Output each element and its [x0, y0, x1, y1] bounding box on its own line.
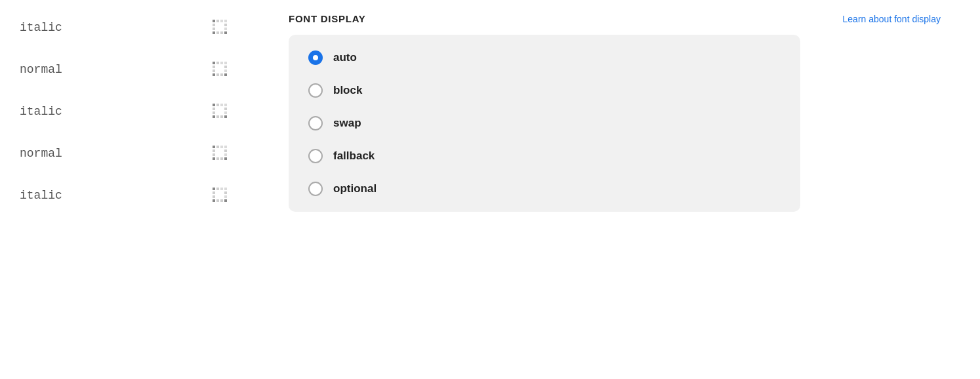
font-style-label-4: normal	[20, 147, 62, 160]
svg-rect-48	[213, 188, 215, 190]
svg-rect-18	[213, 70, 215, 72]
pixel-icon-1	[211, 18, 230, 37]
pixel-icon-5	[211, 186, 230, 205]
svg-rect-24	[213, 104, 215, 106]
radio-circle-swap[interactable]	[308, 116, 323, 130]
svg-rect-5	[224, 24, 227, 26]
svg-rect-41	[224, 150, 227, 152]
font-row-2: normal	[20, 49, 230, 90]
learn-about-font-display-link[interactable]: Learn about font display	[843, 14, 941, 24]
font-display-title: FONT DISPLAY	[289, 13, 366, 24]
svg-rect-8	[213, 31, 215, 34]
svg-rect-15	[224, 62, 227, 64]
svg-rect-38	[220, 146, 223, 148]
svg-rect-13	[216, 62, 219, 64]
svg-rect-16	[213, 66, 215, 68]
right-panel: FONT DISPLAY Learn about font display au…	[249, 0, 980, 379]
svg-rect-11	[224, 31, 227, 34]
svg-rect-56	[213, 199, 215, 202]
left-panel: italic normal	[0, 0, 249, 379]
svg-rect-52	[213, 191, 215, 194]
svg-rect-17	[224, 66, 227, 68]
font-row-3: italic	[20, 90, 230, 132]
svg-rect-26	[220, 104, 223, 106]
radio-circle-fallback[interactable]	[308, 149, 323, 163]
svg-rect-51	[224, 188, 227, 190]
svg-rect-49	[216, 188, 219, 190]
svg-rect-47	[224, 157, 227, 160]
svg-rect-25	[216, 104, 219, 106]
svg-rect-29	[224, 108, 227, 110]
svg-rect-22	[220, 73, 223, 76]
svg-rect-53	[224, 191, 227, 194]
radio-circle-block[interactable]	[308, 83, 323, 98]
font-style-label-5: italic	[20, 189, 62, 202]
svg-rect-0	[213, 20, 215, 22]
svg-rect-21	[216, 73, 219, 76]
svg-rect-19	[224, 70, 227, 72]
svg-rect-10	[220, 31, 223, 34]
radio-circle-optional[interactable]	[308, 182, 323, 196]
svg-rect-55	[224, 195, 227, 198]
svg-rect-35	[224, 115, 227, 118]
radio-option-auto[interactable]: auto	[302, 41, 787, 74]
font-row-1: italic	[20, 7, 230, 49]
svg-rect-45	[216, 157, 219, 160]
svg-rect-50	[220, 188, 223, 190]
radio-label-block: block	[333, 84, 362, 97]
svg-rect-1	[216, 20, 219, 22]
font-row-5: italic	[20, 174, 230, 216]
svg-rect-27	[224, 104, 227, 106]
radio-circle-auto[interactable]	[308, 50, 323, 65]
radio-label-auto: auto	[333, 51, 357, 64]
svg-rect-7	[224, 28, 227, 30]
svg-rect-36	[213, 146, 215, 148]
svg-rect-4	[213, 24, 215, 26]
svg-rect-2	[220, 20, 223, 22]
svg-rect-34	[220, 115, 223, 118]
svg-rect-39	[224, 146, 227, 148]
svg-rect-43	[224, 153, 227, 156]
font-display-header: FONT DISPLAY Learn about font display	[289, 13, 941, 24]
font-style-label-3: italic	[20, 105, 62, 118]
svg-rect-40	[213, 150, 215, 152]
svg-rect-31	[224, 111, 227, 114]
svg-rect-20	[213, 73, 215, 76]
font-row-4: normal	[20, 132, 230, 174]
pixel-icon-3	[211, 102, 230, 121]
svg-rect-58	[220, 199, 223, 202]
font-display-radio-card: auto block swap fallback optional	[289, 35, 800, 212]
pixel-icon-2	[211, 60, 230, 79]
radio-option-swap[interactable]: swap	[302, 107, 787, 140]
svg-rect-42	[213, 153, 215, 156]
svg-rect-59	[224, 199, 227, 202]
svg-rect-12	[213, 62, 215, 64]
svg-rect-14	[220, 62, 223, 64]
svg-rect-32	[213, 115, 215, 118]
svg-rect-23	[224, 73, 227, 76]
svg-rect-3	[224, 20, 227, 22]
svg-rect-30	[213, 111, 215, 114]
svg-rect-46	[220, 157, 223, 160]
svg-rect-37	[216, 146, 219, 148]
svg-rect-6	[213, 28, 215, 30]
svg-rect-44	[213, 157, 215, 160]
svg-rect-57	[216, 199, 219, 202]
pixel-icon-4	[211, 144, 230, 163]
radio-label-swap: swap	[333, 117, 361, 130]
radio-label-optional: optional	[333, 182, 377, 195]
radio-option-optional[interactable]: optional	[302, 172, 787, 205]
svg-rect-54	[213, 195, 215, 198]
radio-option-fallback[interactable]: fallback	[302, 140, 787, 172]
svg-rect-9	[216, 31, 219, 34]
svg-rect-33	[216, 115, 219, 118]
font-style-label-1: italic	[20, 21, 62, 34]
svg-rect-28	[213, 108, 215, 110]
font-style-label-2: normal	[20, 63, 62, 76]
radio-option-block[interactable]: block	[302, 74, 787, 107]
radio-label-fallback: fallback	[333, 150, 375, 163]
